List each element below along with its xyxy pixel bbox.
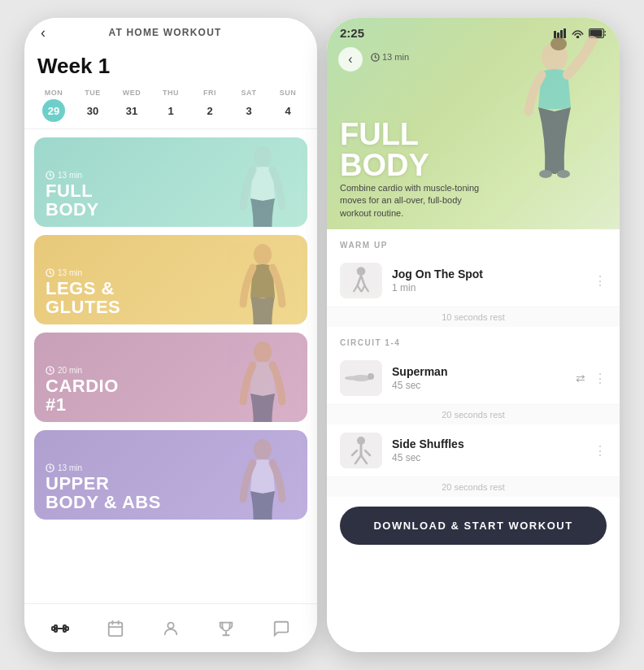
svg-point-32 bbox=[586, 36, 598, 46]
calendar-day-4[interactable]: SUN 4 bbox=[276, 89, 299, 122]
hero-title: FULL BODY bbox=[340, 119, 429, 181]
exercise-duration-jog: 1 min bbox=[392, 282, 584, 294]
card-figure-1 bbox=[226, 243, 299, 324]
workout-card-0[interactable]: 13 min FULL BODY bbox=[34, 137, 307, 227]
nav-workout-icon[interactable] bbox=[49, 617, 72, 640]
hero-time: 2:25 bbox=[340, 26, 364, 40]
exercise-info-shuffles: Side Shuffles 45 sec bbox=[392, 437, 584, 463]
hero-back-button[interactable]: ‹ bbox=[338, 47, 363, 72]
svg-point-17 bbox=[168, 622, 173, 628]
detail-content: WARM UP Jog On The Spot 1 min bbox=[327, 229, 620, 652]
nav-calendar-icon[interactable] bbox=[104, 617, 127, 640]
svg-rect-13 bbox=[109, 622, 123, 636]
exercise-name-superman: Superman bbox=[392, 365, 566, 378]
exercise-more-icon-2[interactable]: ⋮ bbox=[594, 371, 607, 386]
exercise-side-shuffles[interactable]: Side Shuffles 45 sec ⋮ bbox=[327, 424, 620, 477]
download-start-button[interactable]: DOWNLOAD & START WORKOUT bbox=[340, 507, 607, 545]
calendar-day-30[interactable]: TUE 30 bbox=[81, 89, 104, 122]
circuit-label: CIRCUIT 1-4 bbox=[327, 327, 620, 352]
workout-card-3[interactable]: 13 min UPPER BODY & ABS bbox=[34, 430, 307, 520]
calendar-day-1[interactable]: THU 1 bbox=[159, 89, 182, 122]
svg-point-5 bbox=[254, 342, 272, 363]
workout-card-1[interactable]: 13 min LEGS & GLUTES bbox=[34, 235, 307, 324]
exercise-info-jog: Jog On The Spot 1 min bbox=[392, 268, 584, 294]
rest-between-2: 20 seconds rest bbox=[327, 477, 620, 497]
svg-point-34 bbox=[357, 267, 366, 276]
rest-between-1: 20 seconds rest bbox=[327, 405, 620, 424]
calendar-row: MON 29 TUE 30 WED 31 THU 1 FRI 2 SAT 3 S… bbox=[24, 82, 317, 129]
exercise-actions-shuffles: ⋮ bbox=[594, 443, 607, 459]
workout-cards: 13 min FULL BODY 13 min bbox=[24, 129, 317, 603]
svg-point-38 bbox=[345, 376, 358, 381]
nav-profile-icon[interactable] bbox=[159, 617, 182, 640]
exercise-name-shuffles: Side Shuffles bbox=[392, 437, 584, 450]
exercise-actions-jog: ⋮ bbox=[594, 273, 607, 289]
exercise-thumb-jog bbox=[340, 263, 382, 298]
svg-point-7 bbox=[254, 439, 272, 460]
calendar-day-29[interactable]: MON 29 bbox=[42, 89, 65, 122]
exercise-more-icon[interactable]: ⋮ bbox=[594, 273, 607, 289]
exercise-thumb-shuffles bbox=[340, 433, 382, 468]
left-phone: ‹ AT HOME WORKOUT Week 1 MON 29 TUE 30 W… bbox=[24, 18, 317, 652]
calendar-day-2[interactable]: FRI 2 bbox=[198, 89, 221, 122]
nav-trophy-icon[interactable] bbox=[215, 617, 237, 640]
calendar-day-3[interactable]: SAT 3 bbox=[237, 89, 260, 122]
svg-point-29 bbox=[550, 37, 567, 50]
card-figure-3 bbox=[226, 438, 299, 520]
exercise-more-icon-3[interactable]: ⋮ bbox=[594, 443, 607, 459]
calendar-day-31[interactable]: WED 31 bbox=[120, 89, 143, 122]
svg-point-30 bbox=[539, 170, 552, 178]
exercise-superman[interactable]: Superman 45 sec ⇄ ⋮ bbox=[327, 352, 620, 405]
nav-chat-icon[interactable] bbox=[270, 617, 293, 640]
warm-up-label: WARM UP bbox=[327, 229, 620, 255]
right-phone: 2:25 ‹ 13 min FULL BODY Combine cardio w… bbox=[327, 18, 620, 652]
exercise-jog-on-spot[interactable]: Jog On The Spot 1 min ⋮ bbox=[327, 255, 620, 307]
rest-after-warmup: 10 seconds rest bbox=[327, 307, 620, 327]
exercise-thumb-superman bbox=[340, 360, 382, 396]
svg-point-3 bbox=[254, 244, 272, 265]
status-bar: ‹ AT HOME WORKOUT bbox=[24, 18, 317, 47]
exercise-duration-shuffles: 45 sec bbox=[392, 452, 584, 463]
hero-duration: 13 min bbox=[371, 52, 409, 62]
exercise-actions-superman: ⇄ ⋮ bbox=[576, 371, 607, 386]
hero-section: 2:25 ‹ 13 min FULL BODY Combine cardio w… bbox=[327, 18, 620, 229]
screen-title: AT HOME WORKOUT bbox=[46, 27, 285, 38]
week-label: Week 1 bbox=[37, 54, 304, 79]
svg-point-31 bbox=[557, 170, 570, 178]
exercise-duration-superman: 45 sec bbox=[392, 380, 566, 391]
card-figure-2 bbox=[226, 341, 299, 422]
hero-description: Combine cardio with muscle-toning moves … bbox=[340, 182, 486, 220]
exercise-info-superman: Superman 45 sec bbox=[392, 365, 566, 391]
hero-figure bbox=[490, 18, 620, 229]
svg-point-37 bbox=[368, 373, 374, 380]
exercise-swap-icon[interactable]: ⇄ bbox=[576, 372, 585, 385]
workout-card-2[interactable]: 20 min CARDIO #1 bbox=[34, 333, 307, 422]
exercise-name-jog: Jog On The Spot bbox=[392, 268, 584, 281]
svg-point-1 bbox=[254, 146, 272, 168]
bottom-nav bbox=[24, 603, 317, 652]
card-figure-0 bbox=[226, 146, 299, 227]
week-header: Week 1 bbox=[24, 47, 317, 82]
